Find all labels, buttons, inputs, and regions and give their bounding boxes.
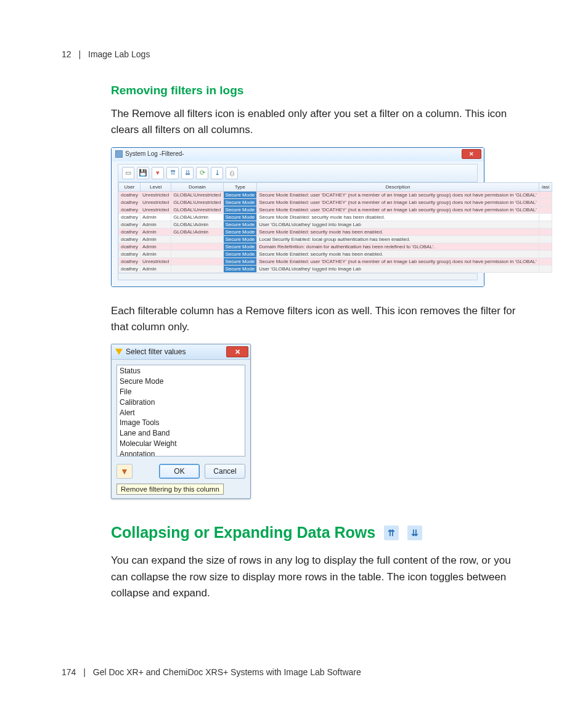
separator: | xyxy=(78,49,81,59)
list-item[interactable]: Calibration xyxy=(118,397,243,408)
cell-type: Secure Mode xyxy=(223,213,257,221)
expand-rows-icon[interactable]: ⇊ xyxy=(407,525,422,540)
table-row[interactable]: dcatheyAdminSecure ModeLocal Security En… xyxy=(119,235,552,243)
table-row[interactable]: dcatheyUnrestrictedGLOBAL\UnrestrictedSe… xyxy=(119,198,552,206)
list-item[interactable]: Annotation xyxy=(118,449,243,457)
cell-last xyxy=(539,265,552,272)
table-row[interactable]: dcatheyAdminSecure ModeUser 'GLOBAL\dcat… xyxy=(119,265,552,272)
cell-description: User 'GLOBAL\dcathey' logged into Image … xyxy=(257,265,539,272)
cell-user: dcathey xyxy=(119,213,141,221)
cell-description: Secure Mode Enabled: user 'DCATHEY' (not… xyxy=(257,258,539,265)
cell-type: Secure Mode xyxy=(223,235,257,243)
cell-description: User 'GLOBAL\dcathey' logged into Image … xyxy=(257,221,539,228)
close-icon[interactable]: ✕ xyxy=(226,346,248,357)
table-row[interactable]: dcatheyAdminGLOBAL\AdminSecure ModeSecur… xyxy=(119,213,552,221)
cell-type: Secure Mode xyxy=(223,191,257,198)
table-row[interactable]: dcatheyAdminSecure ModeDomain Redefiniti… xyxy=(119,243,552,250)
toolbar: ▭ 💾 ▾ ⇈ ⇊ ⟳ ⤓ ⎙ xyxy=(118,164,477,182)
list-item[interactable]: Alert xyxy=(118,408,243,418)
cell-domain: GLOBAL\Unrestricted xyxy=(171,191,223,198)
horizontal-scrollbar[interactable] xyxy=(118,273,477,280)
col-user[interactable]: User xyxy=(119,182,141,191)
select-filter-values-dialog: Select filter values ✕ StatusSecure Mode… xyxy=(111,344,251,499)
system-log-window: System Log -Filtered- ✕ ▭ 💾 ▾ ⇈ ⇊ ⟳ ⤓ ⎙ xyxy=(111,147,484,287)
tooltip: Remove filtering by this column xyxy=(116,484,224,495)
col-level[interactable]: Level xyxy=(141,182,171,191)
table-row[interactable]: dcatheyUnrestrictedGLOBAL\UnrestrictedSe… xyxy=(119,191,552,198)
list-item[interactable]: Status xyxy=(118,366,243,376)
cell-user: dcathey xyxy=(119,243,141,250)
table-header-row[interactable]: User Level Domain Type Description /asi xyxy=(119,182,552,191)
print-icon[interactable]: ⎙ xyxy=(226,167,238,179)
book-title: Gel Doc XR+ and ChemiDoc XRS+ Systems wi… xyxy=(93,667,361,677)
table-row[interactable]: dcatheyAdminSecure ModeSecure Mode Enabl… xyxy=(119,250,552,258)
cell-domain xyxy=(171,250,223,258)
cell-level: Admin xyxy=(141,221,171,228)
chapter-number: 12 xyxy=(62,49,71,59)
col-type[interactable]: Type xyxy=(223,182,257,191)
cell-domain: GLOBAL\Admin xyxy=(171,228,223,235)
list-item[interactable]: Lane and Band xyxy=(118,428,243,439)
table-row[interactable]: dcatheyUnrestrictedGLOBAL\UnrestrictedSe… xyxy=(119,206,552,213)
cell-user: dcathey xyxy=(119,228,141,235)
refresh-icon[interactable]: ⟳ xyxy=(196,167,208,179)
dialog-titlebar[interactable]: Select filter values ✕ xyxy=(112,344,250,360)
cell-user: dcathey xyxy=(119,221,141,228)
cell-description: Domain Redefinition: domain for authenti… xyxy=(257,243,539,250)
remove-filters-icon[interactable]: ▾ xyxy=(152,167,164,179)
table-row[interactable]: dcatheyAdminGLOBAL\AdminSecure ModeSecur… xyxy=(119,228,552,235)
cell-last xyxy=(539,243,552,250)
page-header: 12 | Image Lab Logs xyxy=(62,49,526,59)
cancel-button[interactable]: Cancel xyxy=(205,464,245,479)
chapter-title: Image Lab Logs xyxy=(88,49,150,59)
cell-user: dcathey xyxy=(119,198,141,206)
cell-level: Admin xyxy=(141,235,171,243)
cell-description: Secure Mode Enabled: user 'DCATHEY' (not… xyxy=(257,191,539,198)
save-icon[interactable]: 💾 xyxy=(137,167,149,179)
collapse-icon[interactable]: ⇈ xyxy=(166,167,179,179)
ok-button[interactable]: OK xyxy=(159,464,200,479)
table-row[interactable]: dcatheyUnrestrictedSecure ModeSecure Mod… xyxy=(119,258,552,265)
page-number: 174 xyxy=(62,667,76,677)
list-item[interactable]: Molecular Weight xyxy=(118,439,243,449)
filter-values-list[interactable]: StatusSecure ModeFileCalibrationAlertIma… xyxy=(116,365,245,456)
list-item[interactable]: Image Tools xyxy=(118,418,243,428)
section-heading-collapsing-expanding: Collapsing or Expanding Data Rows ⇈ ⇊ xyxy=(111,524,526,542)
cell-description: Secure Mode Enabled: security mode has b… xyxy=(257,228,539,235)
cell-type: Secure Mode xyxy=(223,228,257,235)
cell-level: Admin xyxy=(141,243,171,250)
page-icon[interactable]: ▭ xyxy=(122,167,134,179)
close-icon[interactable]: ✕ xyxy=(462,149,481,159)
collapse-rows-icon[interactable]: ⇈ xyxy=(384,525,399,540)
remove-column-filter-icon[interactable]: ▼ xyxy=(116,464,133,479)
col-description[interactable]: Description xyxy=(257,182,539,191)
app-icon xyxy=(115,150,123,158)
window-titlebar[interactable]: System Log -Filtered- ✕ xyxy=(112,148,484,161)
col-domain[interactable]: Domain xyxy=(171,182,223,191)
cell-last xyxy=(539,206,552,213)
list-item[interactable]: File xyxy=(118,387,243,397)
col-last[interactable]: /asi xyxy=(539,182,552,191)
cell-type: Secure Mode xyxy=(223,250,257,258)
table-row[interactable]: dcatheyAdminGLOBAL\AdminSecure ModeUser … xyxy=(119,221,552,228)
cell-level: Admin xyxy=(141,213,171,221)
cell-user: dcathey xyxy=(119,250,141,258)
cell-domain xyxy=(171,258,223,265)
list-item[interactable]: Secure Mode xyxy=(118,376,243,387)
cell-last xyxy=(539,250,552,258)
cell-level: Admin xyxy=(141,250,171,258)
body-text: You can expand the size of rows in any l… xyxy=(111,553,526,601)
cell-domain: GLOBAL\Admin xyxy=(171,221,223,228)
cell-type: Secure Mode xyxy=(223,258,257,265)
cell-level: Admin xyxy=(141,265,171,272)
separator: | xyxy=(83,667,86,677)
cell-level: Unrestricted xyxy=(141,258,171,265)
expand-icon[interactable]: ⇊ xyxy=(181,167,194,179)
cell-level: Unrestricted xyxy=(141,206,171,213)
cell-last xyxy=(539,258,552,265)
cell-level: Unrestricted xyxy=(141,191,171,198)
cell-last xyxy=(539,198,552,206)
export-icon[interactable]: ⤓ xyxy=(211,167,223,179)
cell-last xyxy=(539,213,552,221)
cell-last xyxy=(539,235,552,243)
